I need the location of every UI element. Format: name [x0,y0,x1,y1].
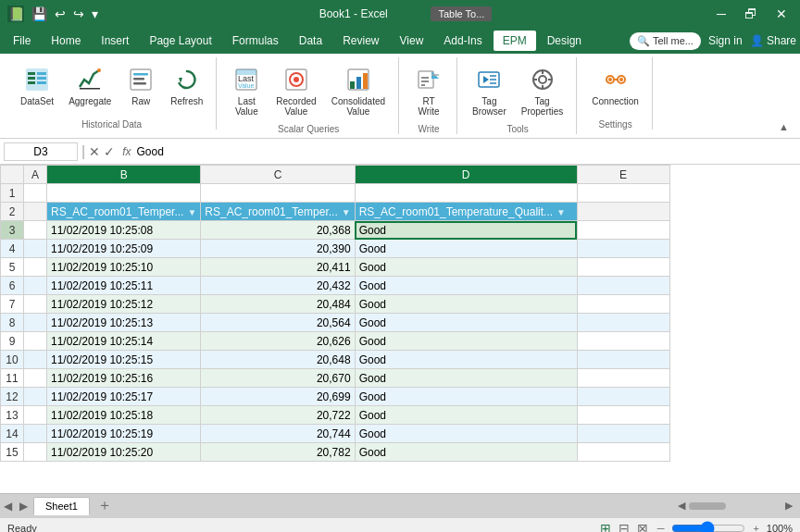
page-break-btn[interactable]: ⊠ [635,519,650,533]
menu-file[interactable]: File [4,31,40,51]
filter-b-icon[interactable]: ▼ [187,207,196,217]
cell-e15[interactable] [577,443,669,462]
last-value-button[interactable]: Last Value Last Value [226,61,267,120]
cell-c5[interactable]: 20,411 [201,258,355,277]
cell-e4[interactable] [577,240,669,258]
cell-c1[interactable] [201,184,355,203]
rt-write-button[interactable]: RT Write [408,61,449,120]
col-header-d[interactable]: D [355,166,577,184]
col-header-b[interactable]: B [47,166,201,184]
raw-button[interactable]: Raw [120,61,161,110]
cell-d14[interactable]: Good [355,425,577,443]
formula-cancel-btn[interactable]: ✕ [89,144,100,159]
cell-b9[interactable]: 11/02/2019 10:25:14 [47,332,201,351]
menu-epm[interactable]: EPM [494,31,536,51]
cell-b5[interactable]: 11/02/2019 10:25:10 [47,258,201,277]
menu-insert[interactable]: Insert [92,31,138,51]
zoom-out-btn[interactable]: ─ [657,523,665,533]
menu-formulas[interactable]: Formulas [223,31,288,51]
cell-d7[interactable]: Good [355,295,577,314]
horizontal-scrollbar[interactable]: ◀ ▶ [678,500,793,512]
qa-dropdown-btn[interactable]: ▾ [90,5,100,23]
menu-design[interactable]: Design [538,31,591,51]
cell-reference-input[interactable]: D3 [4,142,78,161]
menu-add-ins[interactable]: Add-Ins [434,31,491,51]
cell-e6[interactable] [577,277,669,295]
cell-b15[interactable]: 11/02/2019 10:25:20 [47,443,201,462]
menu-home[interactable]: Home [42,31,90,51]
refresh-button[interactable]: Refresh [165,61,208,110]
cell-c11[interactable]: 20,670 [201,369,355,388]
cell-d13[interactable]: Good [355,406,577,425]
cell-b13[interactable]: 11/02/2019 10:25:18 [47,406,201,425]
cell-d2[interactable]: RS_AC_room01_Temperature_Qualit...▼ [355,203,577,221]
cell-b11[interactable]: 11/02/2019 10:25:16 [47,369,201,388]
cell-b14[interactable]: 11/02/2019 10:25:19 [47,425,201,443]
cell-c4[interactable]: 20,390 [201,240,355,258]
cell-c8[interactable]: 20,564 [201,314,355,332]
normal-view-btn[interactable]: ⊞ [598,519,613,533]
cell-c10[interactable]: 20,648 [201,351,355,369]
cell-d6[interactable]: Good [355,277,577,295]
formula-input[interactable]: Good [135,143,797,160]
tell-me-input[interactable]: 🔍 Tell me... [630,32,701,50]
cell-a7[interactable] [24,295,47,314]
cell-c6[interactable]: 20,432 [201,277,355,295]
col-header-e[interactable]: E [577,166,669,184]
cell-e1[interactable] [577,184,669,203]
signin-btn[interactable]: Sign in [708,34,743,47]
cell-d1[interactable] [355,184,577,203]
cell-c3[interactable]: 20,368 [201,221,355,240]
cell-a13[interactable] [24,406,47,425]
cell-c7[interactable]: 20,484 [201,295,355,314]
page-layout-btn[interactable]: ⊟ [617,519,631,533]
cell-e3[interactable] [577,221,669,240]
cell-d9[interactable]: Good [355,332,577,351]
col-header-a[interactable]: A [24,166,47,184]
cell-d15[interactable]: Good [355,443,577,462]
cell-b7[interactable]: 11/02/2019 10:25:12 [47,295,201,314]
cell-c12[interactable]: 20,699 [201,388,355,406]
save-quick-btn[interactable]: 💾 [30,5,49,23]
cell-d4[interactable]: Good [355,240,577,258]
cell-c14[interactable]: 20,744 [201,425,355,443]
cell-b12[interactable]: 11/02/2019 10:25:17 [47,388,201,406]
cell-d8[interactable]: Good [355,314,577,332]
restore-btn[interactable]: 🗗 [739,5,763,23]
menu-view[interactable]: View [391,31,433,51]
menu-page-layout[interactable]: Page Layout [140,31,220,51]
cell-c9[interactable]: 20,626 [201,332,355,351]
cell-a14[interactable] [24,425,47,443]
minimize-btn[interactable]: ─ [711,5,731,23]
cell-d11[interactable]: Good [355,369,577,388]
share-btn[interactable]: 👤 Share [750,34,796,47]
cell-e11[interactable] [577,369,669,388]
cell-b2[interactable]: RS_AC_room01_Temper...▼ [47,203,201,221]
ribbon-collapse-btn[interactable]: ▲ [775,119,793,134]
cell-b3[interactable]: 11/02/2019 10:25:08 [47,221,201,240]
tab-scroll-right[interactable]: ▶ [16,500,31,513]
cell-a8[interactable] [24,314,47,332]
col-header-c[interactable]: C [201,166,355,184]
cell-e12[interactable] [577,388,669,406]
recorded-value-button[interactable]: Recorded Value [270,61,321,120]
close-btn[interactable]: ✕ [770,5,793,23]
cell-b6[interactable]: 11/02/2019 10:25:11 [47,277,201,295]
cell-d10[interactable]: Good [355,351,577,369]
cell-a12[interactable] [24,388,47,406]
sheet-tab-sheet1[interactable]: Sheet1 [33,497,90,515]
cell-c2[interactable]: RS_AC_room01_Temper...▼ [201,203,355,221]
cell-a15[interactable] [24,443,47,462]
scroll-track[interactable] [689,502,781,510]
cell-e9[interactable] [577,332,669,351]
filter-c-icon[interactable]: ▼ [342,207,351,217]
cell-b1[interactable] [47,184,201,203]
cell-a2[interactable] [24,203,47,221]
menu-review[interactable]: Review [333,31,388,51]
cell-e7[interactable] [577,295,669,314]
scroll-left-btn[interactable]: ◀ [678,500,685,512]
undo-quick-btn[interactable]: ↩ [53,5,68,23]
connection-button[interactable]: Connection [586,61,644,110]
add-sheet-button[interactable]: ＋ [90,494,119,517]
redo-quick-btn[interactable]: ↪ [71,5,86,23]
